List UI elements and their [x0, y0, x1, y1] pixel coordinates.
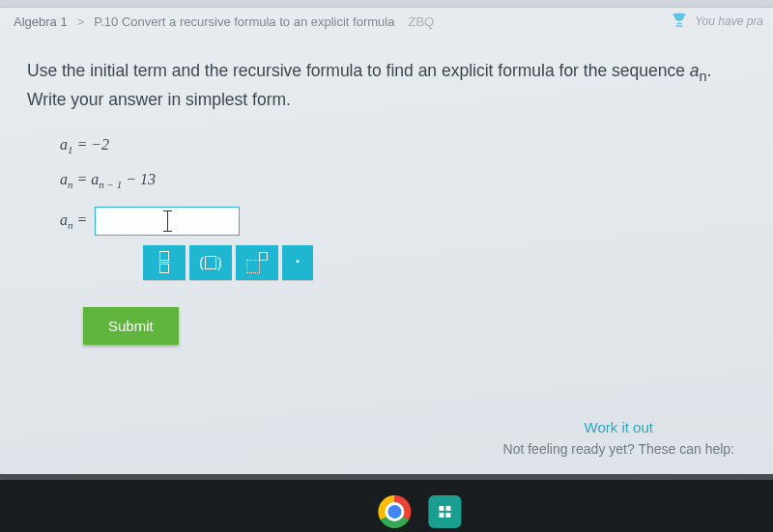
svg-rect-0	[439, 506, 444, 511]
prompt-text-2: .	[707, 61, 712, 80]
answer-lhs: an =	[60, 211, 87, 231]
parentheses-icon: ()	[199, 255, 221, 270]
svg-rect-3	[445, 513, 450, 518]
lesson-page: Algebra 1 > P.10 Convert a recursive for…	[0, 0, 773, 474]
question-content: Use the initial term and the recursive f…	[0, 48, 773, 345]
taskbar	[378, 495, 461, 528]
chrome-icon[interactable]	[378, 495, 411, 528]
dot-icon: ·	[295, 252, 300, 272]
top-divider	[0, 0, 773, 8]
multiplication-dot-button[interactable]: ·	[282, 245, 313, 280]
fraction-button[interactable]	[143, 245, 186, 280]
device-bezel	[0, 474, 773, 532]
breadcrumb-course[interactable]: Algebra 1	[14, 14, 68, 29]
answer-input[interactable]	[95, 207, 240, 236]
help-hint: Not feeling ready yet? These can help:	[503, 441, 734, 457]
exponent-icon	[246, 252, 268, 273]
footer-help: Work it out Not feeling ready yet? These…	[503, 419, 734, 457]
parentheses-button[interactable]: ()	[189, 245, 232, 280]
prompt-seq-sub: n	[700, 69, 707, 84]
recursive-formula: an = an − 1 − 13	[60, 171, 773, 190]
given-equations: a1 = −2 an = an − 1 − 13	[60, 136, 773, 190]
practice-trophy: You have pra	[670, 12, 763, 31]
breadcrumb: Algebra 1 > P.10 Convert a recursive for…	[0, 8, 773, 48]
breadcrumb-left: Algebra 1 > P.10 Convert a recursive for…	[14, 14, 434, 29]
submit-wrap: Submit	[83, 307, 773, 345]
exponent-button[interactable]	[236, 245, 278, 280]
text-caret-icon	[167, 211, 168, 231]
initial-term: a1 = −2	[60, 136, 773, 155]
math-toolbar: () ·	[143, 245, 773, 280]
trophy-label: You have pra	[695, 14, 763, 28]
svg-rect-2	[439, 513, 444, 518]
prompt-text-3: Write your answer in simplest form.	[27, 90, 291, 109]
question-prompt: Use the initial term and the recursive f…	[27, 58, 761, 113]
trophy-icon	[670, 12, 689, 31]
app-icon[interactable]	[428, 495, 461, 528]
prompt-seq-var: a	[690, 61, 700, 80]
answer-row: an =	[60, 207, 773, 236]
breadcrumb-code: ZBQ	[408, 14, 434, 29]
fraction-icon	[158, 251, 170, 274]
breadcrumb-skill[interactable]: P.10 Convert a recursive formula to an e…	[94, 14, 394, 29]
breadcrumb-separator: >	[77, 14, 85, 29]
submit-button[interactable]: Submit	[83, 307, 179, 345]
prompt-text-1: Use the initial term and the recursive f…	[27, 61, 690, 80]
svg-rect-1	[445, 506, 450, 511]
work-it-out-link[interactable]: Work it out	[503, 419, 734, 435]
